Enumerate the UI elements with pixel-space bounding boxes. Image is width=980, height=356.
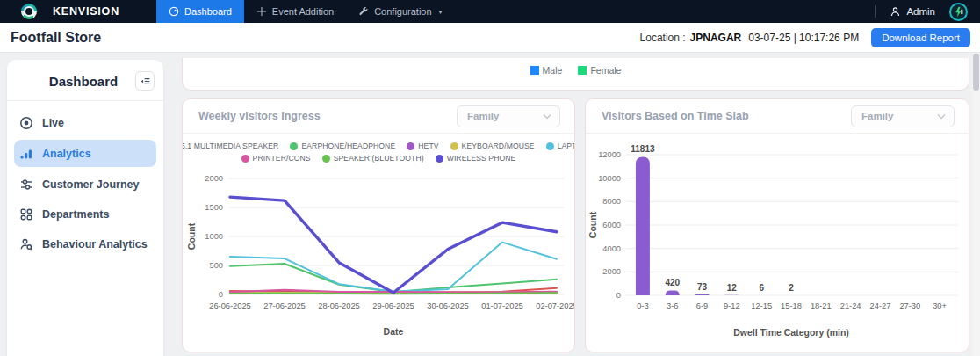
legend-item[interactable]: EARPHONE/HEADPHONE	[290, 142, 395, 150]
sidebar: Dashboard Live	[7, 60, 163, 356]
svg-text:6000: 6000	[602, 221, 621, 229]
legend-label: 5.1 MULTIMEDIA SPEAKER	[182, 142, 278, 150]
divider	[7, 100, 163, 101]
content-area: Dashboard Live	[0, 53, 980, 356]
sidebar-item-label: Analytics	[42, 148, 91, 160]
legend-item-female[interactable]: Female	[578, 65, 621, 76]
svg-text:26-06-2025: 26-06-2025	[209, 302, 251, 310]
tab-configuration[interactable]: Configuration ▾	[346, 0, 454, 23]
download-report-button[interactable]: Download Report	[871, 28, 970, 47]
svg-text:12: 12	[727, 283, 738, 293]
select-value: Family	[467, 111, 499, 121]
legend-dot	[241, 155, 249, 163]
page-title: Footfall Store	[0, 30, 101, 46]
weekly-ingress-line-chart: 050010001500200026-06-202527-06-202528-0…	[184, 166, 573, 340]
main-panel: Male Female Weekly visitors Ingress Fami…	[182, 53, 969, 356]
svg-text:0: 0	[616, 291, 621, 300]
legend-item[interactable]: 5.1 MULTIMEDIA SPEAKER	[182, 142, 278, 150]
svg-text:24-27: 24-27	[870, 302, 891, 310]
sidebar-menu: Live Analytics Customer Journey	[7, 110, 163, 257]
chart-body: 050010001500200026-06-202527-06-202528-0…	[183, 166, 574, 340]
svg-text:Count: Count	[587, 211, 598, 238]
svg-text:0-3: 0-3	[637, 302, 648, 310]
divider	[875, 5, 876, 18]
svg-text:21-24: 21-24	[840, 302, 861, 310]
svg-text:30+: 30+	[933, 302, 947, 310]
navbar-right: Admin	[875, 3, 980, 21]
location-value: JPNAGAR	[690, 32, 742, 44]
location-line: Location : JPNAGAR 03-07-25 | 10:17:26 P…	[640, 32, 860, 44]
indent-lines-icon	[140, 76, 151, 87]
sidebar-item-departments[interactable]: Departments	[14, 201, 156, 227]
grid-squares-icon	[19, 207, 33, 222]
sidebar-head: Dashboard	[7, 60, 163, 100]
svg-text:12000: 12000	[598, 150, 621, 159]
tab-event-addition[interactable]: Event Addition	[244, 0, 346, 23]
sidebar-item-label: Customer Journey	[42, 178, 139, 191]
time-slab-card: Visitors Based on Time Slab Family 02000…	[585, 98, 969, 352]
legend-dot	[546, 142, 554, 150]
svg-text:27-06-2025: 27-06-2025	[263, 302, 306, 310]
sidebar-item-label: Live	[42, 117, 64, 129]
legend-item[interactable]: SPEAKER (BLUETOOTH)	[322, 154, 424, 163]
family-filter-select[interactable]: Family	[851, 105, 955, 127]
scrollbar-thumb[interactable]	[973, 54, 979, 91]
legend-label: SPEAKER (BLUETOOTH)	[334, 154, 424, 163]
female-swatch	[578, 66, 587, 75]
svg-text:10000: 10000	[598, 174, 621, 183]
legend-label: Female	[590, 65, 621, 76]
legend-item[interactable]: HETV	[407, 142, 438, 150]
svg-text:3-6: 3-6	[667, 302, 678, 310]
legend-item[interactable]: LAPTOP	[546, 142, 575, 150]
tab-label: Dashboard	[184, 6, 232, 17]
admin-label: Admin	[906, 6, 935, 17]
svg-text:30-06-2025: 30-06-2025	[427, 302, 469, 310]
legend-label: Male	[543, 65, 563, 76]
tab-label: Configuration	[374, 6, 431, 17]
legend-item[interactable]: PRINTER/CONS	[241, 154, 311, 163]
card-title: Visitors Based on Time Slab	[602, 110, 749, 122]
svg-text:73: 73	[697, 282, 708, 292]
svg-text:27-30: 27-30	[899, 302, 920, 310]
sidebar-item-customer-journey[interactable]: Customer Journey	[14, 171, 156, 197]
brand: KENVISION	[0, 4, 156, 19]
svg-text:9-12: 9-12	[724, 302, 740, 310]
svg-text:29-06-2025: 29-06-2025	[372, 302, 414, 310]
legend-dot	[407, 142, 414, 150]
svg-text:28-06-2025: 28-06-2025	[318, 302, 360, 310]
legend-item-male[interactable]: Male	[530, 65, 563, 76]
sidebar-item-live[interactable]: Live	[14, 110, 156, 135]
bar-chart-icon	[19, 147, 33, 161]
family-filter-select[interactable]: Family	[457, 105, 560, 127]
card-header: Visitors Based on Time Slab Family	[586, 99, 969, 134]
svg-text:Count: Count	[186, 222, 197, 250]
tab-label: Event Addition	[272, 6, 334, 17]
admin-menu[interactable]: Admin	[890, 6, 935, 18]
legend-item[interactable]: WIRELESS PHONE	[436, 154, 516, 163]
svg-text:Date: Date	[384, 326, 404, 337]
legend-dot	[450, 142, 458, 150]
sidebar-collapse-button[interactable]	[135, 71, 155, 91]
chevron-down-icon	[543, 113, 551, 120]
live-target-icon	[19, 116, 33, 130]
sidebar-item-behaviour-analytics[interactable]: Behaviour Analytics	[14, 231, 156, 257]
sidebar-item-label: Departments	[42, 208, 109, 221]
legend-row: 5.1 MULTIMEDIA SPEAKEREARPHONE/HEADPHONE…	[183, 142, 574, 150]
legend-label: KEYBOARD/MOUSE	[462, 142, 535, 150]
legend-dot	[290, 142, 298, 150]
svg-text:8000: 8000	[602, 197, 621, 206]
person-icon	[890, 6, 901, 18]
svg-text:4000: 4000	[602, 244, 621, 253]
sidebar-item-analytics[interactable]: Analytics	[14, 140, 156, 167]
time-slab-bar-chart: 0200040006000800010000120000-3118133-642…	[587, 139, 965, 343]
legend-label: EARPHONE/HEADPHONE	[301, 142, 395, 150]
vertical-scrollbar[interactable]	[972, 53, 980, 356]
card-title: Weekly visitors Ingress	[198, 110, 321, 122]
legend-item[interactable]: KEYBOARD/MOUSE	[450, 142, 535, 150]
tab-dashboard[interactable]: Dashboard	[156, 0, 244, 23]
dashboard-icon	[169, 6, 179, 17]
chevron-down-icon: ▾	[439, 8, 443, 16]
gender-legend: Male Female	[183, 58, 969, 76]
line-chart-legend: 5.1 MULTIMEDIA SPEAKEREARPHONE/HEADPHONE…	[183, 134, 574, 163]
male-swatch	[530, 66, 539, 75]
